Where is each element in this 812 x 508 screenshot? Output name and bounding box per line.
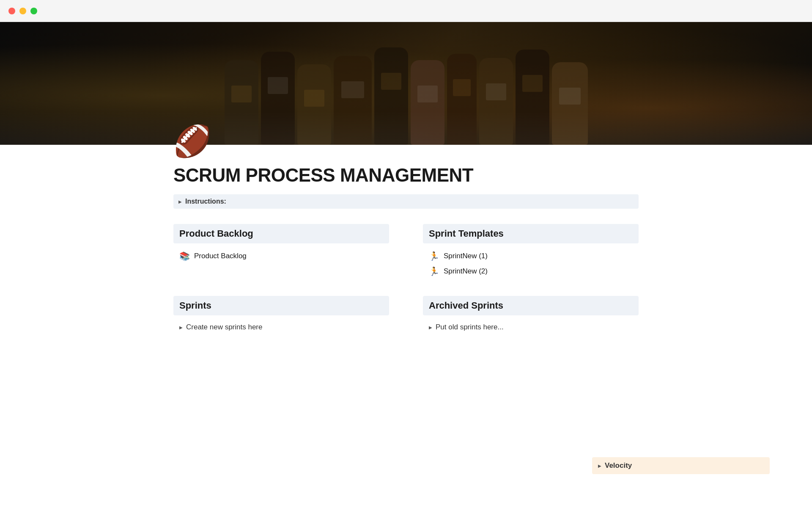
window-chrome [0,0,812,22]
instructions-label: Instructions: [185,198,226,205]
page-title: SCRUM PROCESS MANAGEMENT [173,165,639,186]
page-content: 🏈 SCRUM PROCESS MANAGEMENT ▶ Instruction… [131,126,681,334]
runner-2-icon: 🏃 [429,266,439,276]
archived-sprints-label: Put old sprints here... [436,323,504,331]
archived-sprints-section: Archived Sprints ▶ Put old sprints here.… [423,296,639,334]
main-grid: Product Backlog 📚 Product Backlog Sprint… [173,224,639,334]
archived-arrow-icon: ▶ [429,325,432,330]
minimize-button[interactable] [19,8,26,14]
sprint-templates-header: Sprint Templates [423,224,639,243]
runner-1-icon: 🏃 [429,251,439,261]
archived-sprints-header: Archived Sprints [423,296,639,315]
archived-sprints-toggle[interactable]: ▶ Put old sprints here... [423,320,639,334]
sprints-header: Sprints [173,296,389,315]
velocity-arrow-icon: ▶ [598,464,601,468]
page-icon: 🏈 [173,126,639,156]
books-icon: 📚 [179,251,190,261]
sprint-template-1-label: SprintNew (1) [444,252,488,260]
sprints-arrow-icon: ▶ [179,325,183,330]
maximize-button[interactable] [30,8,37,14]
sprint-template-1-item[interactable]: 🏃 SprintNew (1) [423,248,639,264]
velocity-label: Velocity [605,461,632,470]
sprint-template-2-item[interactable]: 🏃 SprintNew (2) [423,264,639,279]
product-backlog-item[interactable]: 📚 Product Backlog [173,248,389,264]
sprints-section: Sprints ▶ Create new sprints here [173,296,389,334]
instructions-toggle[interactable]: ▶ Instructions: [173,194,639,209]
create-sprints-label: Create new sprints here [186,323,262,331]
close-button[interactable] [8,8,15,14]
sprint-template-2-label: SprintNew (2) [444,267,488,276]
product-backlog-header: Product Backlog [173,224,389,243]
sprint-templates-section: Sprint Templates 🏃 SprintNew (1) 🏃 Sprin… [423,224,639,279]
product-backlog-link: Product Backlog [194,252,247,260]
product-backlog-section: Product Backlog 📚 Product Backlog [173,224,389,279]
velocity-toggle[interactable]: ▶ Velocity [592,457,770,474]
create-sprints-toggle[interactable]: ▶ Create new sprints here [173,320,389,334]
instructions-arrow-icon: ▶ [178,199,182,204]
velocity-section: ▶ Velocity [592,457,770,474]
